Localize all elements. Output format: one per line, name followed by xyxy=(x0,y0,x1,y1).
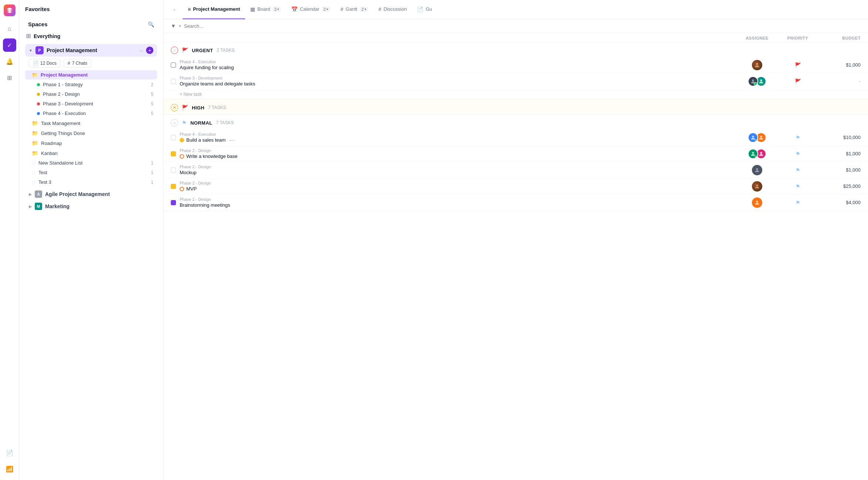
task-phase-6: Phase 2 - Design xyxy=(180,181,735,185)
app-logo[interactable] xyxy=(4,4,16,16)
phase4-list[interactable]: Phase 4 - Execution 5 xyxy=(25,109,157,118)
svg-point-4 xyxy=(760,135,762,137)
task-assignee-5 xyxy=(735,165,779,175)
table-row[interactable]: Phase 2 - Design Mockup ⚑ $1,000 xyxy=(163,162,868,178)
bell-nav[interactable]: 🔔 xyxy=(3,55,16,68)
group-high-header[interactable]: ✕ 🚩 HIGH 7 TASKS xyxy=(163,99,868,114)
calendar-badge[interactable]: 2 ▾ xyxy=(322,7,330,12)
pm-list-item-selected[interactable]: 📁 Project Management xyxy=(25,70,157,80)
roadmap-folder[interactable]: 📁 Roadmap xyxy=(25,138,157,148)
folder-icon: 📁 xyxy=(32,72,38,78)
task-main-2: Phase 3 - Development Organize teams and… xyxy=(180,76,735,87)
hash-icon: # xyxy=(68,61,70,66)
standalone-count-2: 1 xyxy=(151,170,153,175)
priority-flag-icon: ⚑ xyxy=(796,167,800,173)
tab-gantt[interactable]: # Gantt 2 ▾ xyxy=(335,0,373,19)
filter-bar: ▼ ▾ xyxy=(163,19,868,33)
home-nav[interactable]: ⌂ xyxy=(3,22,16,36)
task-checkbox[interactable] xyxy=(171,200,176,205)
priority-flag-icon: ⚑ xyxy=(796,135,800,141)
marketing-icon: M xyxy=(35,203,42,210)
phase2-label: Phase 2 - Design xyxy=(43,91,80,97)
gantt-icon: # xyxy=(340,6,343,12)
doc-nav[interactable]: 📄 xyxy=(3,446,16,459)
tab-discussion[interactable]: # Discussion xyxy=(373,0,412,19)
tab-board[interactable]: ▦ Board 2 ▾ xyxy=(245,0,286,19)
table-row[interactable]: Phase 2 - Design Write a knowledge base xyxy=(163,146,868,162)
table-row[interactable]: Phase 2 - Design Brainstorming meetings … xyxy=(163,195,868,211)
phase3-count: 5 xyxy=(151,101,153,107)
task-assignee-7 xyxy=(735,197,779,208)
table-row[interactable]: Phase 4 - Execution Build a sales team — xyxy=(163,129,868,146)
calendar-chevron: ▾ xyxy=(326,7,328,11)
tasks-nav[interactable]: ✓ xyxy=(3,38,16,52)
urgent-title: URGENT xyxy=(192,48,213,53)
filter-chevron[interactable]: ▾ xyxy=(179,24,181,28)
getting-things-done-label: Getting Things Done xyxy=(41,131,85,136)
group-normal: ○ ⚑ NORMAL 7 TASKS Phase 4 - Execution B… xyxy=(163,115,868,211)
phase3-list[interactable]: Phase 3 - Development 5 xyxy=(25,99,157,108)
add-task-urgent[interactable]: + New task xyxy=(163,89,868,99)
svg-point-6 xyxy=(760,152,762,153)
standalone-list-3[interactable]: ◌ Test 3 1 xyxy=(25,178,157,187)
task-checkbox[interactable] xyxy=(171,184,176,189)
signal-nav[interactable]: 📶 xyxy=(3,462,16,476)
marketing-chevron: ▶ xyxy=(29,204,32,209)
svg-point-2 xyxy=(760,79,762,81)
everything-label: Everything xyxy=(34,33,60,39)
task-checkbox[interactable] xyxy=(171,168,176,173)
search-input[interactable] xyxy=(184,23,861,29)
phase2-list[interactable]: Phase 2 - Design 5 xyxy=(25,89,157,99)
everything-item[interactable]: ⊞ Everything xyxy=(22,30,160,42)
task-checkbox[interactable] xyxy=(171,135,176,140)
urgent-collapse-button[interactable]: ○ xyxy=(171,47,178,54)
standalone-list-1[interactable]: ◌ New Standalone List 1 xyxy=(25,158,157,168)
high-collapse-button[interactable]: ✕ xyxy=(171,104,178,111)
phase1-label: Phase 1 - Strategy xyxy=(43,82,83,87)
grid-nav[interactable]: ⊞ xyxy=(3,71,16,84)
task-checkbox[interactable] xyxy=(171,79,176,84)
kanban-folder[interactable]: 📁 Kanban xyxy=(25,148,157,158)
tab-gu[interactable]: 📄 Gu xyxy=(412,0,437,19)
phase1-list[interactable]: Phase 1 - Strategy 2 xyxy=(25,80,157,89)
table-row[interactable]: Phase 4 - Execution Aquire funding for s… xyxy=(163,57,868,73)
filter-icon[interactable]: ▼ xyxy=(171,23,176,29)
group-normal-header[interactable]: ○ ⚑ NORMAL 7 TASKS xyxy=(163,115,868,129)
task-management-folder[interactable]: 📁 Task Management xyxy=(25,118,157,128)
folder-icon-roadmap: 📁 xyxy=(32,140,38,146)
chats-button[interactable]: # 7 Chats xyxy=(64,59,91,68)
standalone-label-1: New Standalone List xyxy=(38,160,82,166)
task-assignee-4 xyxy=(735,149,779,159)
task-phase-3: Phase 4 - Execution xyxy=(180,132,735,136)
discussion-icon: # xyxy=(379,6,382,12)
docs-button[interactable]: 📄 12 Docs xyxy=(29,59,61,68)
standalone-list-2[interactable]: ◌ Test 1 xyxy=(25,168,157,177)
table-row[interactable]: Phase 2 - Design MVP ⚑ $25,000 xyxy=(163,178,868,195)
project-management-space[interactable]: ▼ P Project Management ··· + xyxy=(25,44,157,57)
agile-space[interactable]: ▶ A Agile Project Management xyxy=(25,188,157,200)
sidebar-search-icon[interactable]: 🔍 xyxy=(148,21,154,27)
group-urgent-header[interactable]: ○ 🚩 URGENT 2 TASKS xyxy=(163,42,868,57)
pm-space-icon: P xyxy=(35,46,44,54)
spaces-header: Spaces 🔍 xyxy=(22,15,160,30)
board-badge[interactable]: 2 ▾ xyxy=(272,7,281,12)
normal-title: NORMAL xyxy=(190,120,212,126)
task-checkbox[interactable] xyxy=(171,151,176,156)
table-row[interactable]: Phase 3 - Development Organize teams and… xyxy=(163,73,868,89)
marketing-space[interactable]: ▶ M Marketing xyxy=(25,200,157,212)
tab-project-management[interactable]: ≡ Project Management xyxy=(183,0,245,19)
task-name-3: Build a sales team — xyxy=(180,137,735,143)
pm-more-button[interactable]: ··· xyxy=(138,47,145,54)
tab-calendar[interactable]: 📅 Calendar 2 ▾ xyxy=(286,0,335,19)
roadmap-label: Roadmap xyxy=(41,141,62,146)
pm-add-button[interactable]: + xyxy=(146,47,153,54)
gantt-badge[interactable]: 2 ▾ xyxy=(360,7,368,12)
phase1-count: 2 xyxy=(151,82,153,87)
priority-flag-icon: ⚑ xyxy=(796,151,800,157)
collapse-sidebar-button[interactable]: ‹ xyxy=(169,4,180,15)
agile-icon: A xyxy=(35,190,42,198)
getting-things-done-folder[interactable]: 📁 Getting Things Done xyxy=(25,128,157,138)
normal-collapse-button[interactable]: ○ xyxy=(171,119,178,126)
task-status-dot xyxy=(180,138,184,142)
task-checkbox[interactable] xyxy=(171,62,176,68)
